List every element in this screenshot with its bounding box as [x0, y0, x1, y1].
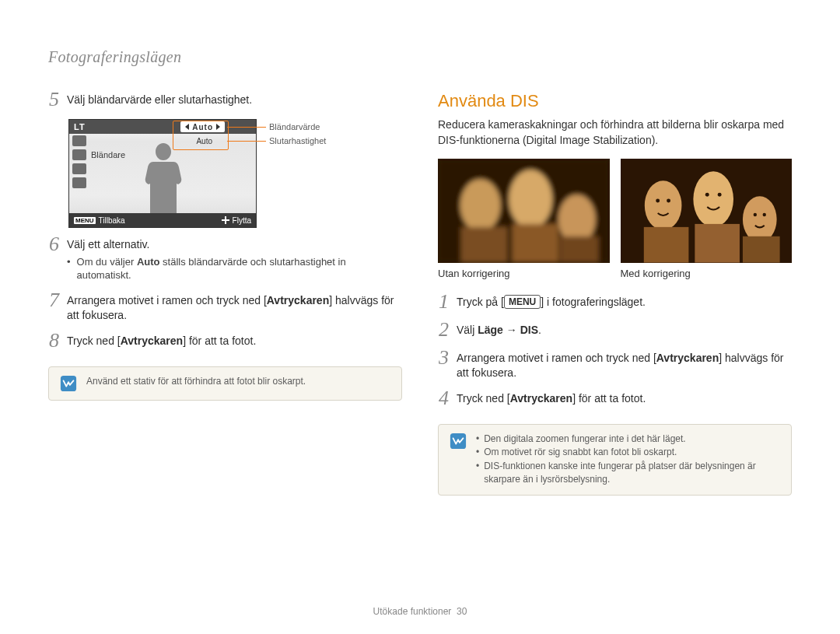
svg-rect-7: [560, 236, 599, 263]
svg-point-12: [656, 199, 660, 203]
step-number: 3: [438, 348, 449, 368]
lcd-mode: LT: [74, 122, 86, 131]
step-1: 1 Tryck på [MENU] i fotograferingsläget.: [438, 293, 792, 312]
lcd-footer-back: Tillbaka: [99, 216, 125, 225]
step-text: Arrangera motivet i ramen och tryck ned …: [457, 349, 792, 380]
step-text: Tryck ned [Avtryckaren] för att ta fotot…: [457, 390, 792, 406]
example-before-image: [438, 159, 610, 263]
step-text: Välj ett alternativ. Om du väljer Auto s…: [67, 236, 402, 282]
section-lead: Reducera kameraskakningar och förhindra …: [438, 117, 792, 148]
section-heading: Använda DIS: [438, 91, 792, 111]
svg-rect-19: [695, 224, 740, 263]
svg-point-11: [742, 196, 776, 243]
note-item: DIS-funktionen kanske inte fungerar på p…: [476, 460, 780, 487]
callout-leader: [227, 141, 266, 142]
note-icon: [450, 433, 467, 450]
svg-point-17: [762, 213, 765, 216]
crosspad-icon: [222, 216, 229, 224]
callout-shutter: Slutarhastighet: [269, 136, 326, 145]
step-number: 6: [48, 234, 59, 254]
lcd-footer-move: Flytta: [233, 216, 251, 225]
lcd-status-icon: [72, 135, 86, 146]
lcd-blandare-label: Bländare: [91, 150, 125, 159]
lcd-row: [69, 162, 256, 176]
example-after-image: [621, 159, 793, 263]
step-number: 2: [438, 320, 449, 340]
svg-rect-5: [461, 227, 508, 263]
right-column: Använda DIS Reducera kameraskakningar oc…: [438, 91, 792, 496]
note-item: Om motivet rör sig snabbt kan fotot bli …: [476, 446, 780, 459]
svg-point-16: [753, 213, 756, 216]
svg-rect-18: [643, 227, 688, 263]
menu-icon: MENU: [74, 217, 96, 224]
page-footer: Utökade funktioner 30: [0, 606, 840, 617]
callout-leader: [227, 127, 266, 128]
lcd-row: [69, 176, 256, 190]
step-number: 4: [438, 388, 449, 408]
step-text: Tryck ned [Avtryckaren] för att ta fotot…: [67, 332, 402, 349]
callout-highlight: [173, 121, 229, 150]
step-8: 8 Tryck ned [Avtryckaren] för att ta fot…: [48, 332, 402, 351]
sub-bullet: Om du väljer Auto ställs bländarvärde oc…: [67, 255, 402, 282]
step-4: 4 Tryck ned [Avtryckaren] för att ta fot…: [438, 390, 792, 408]
svg-point-14: [705, 193, 709, 197]
caption-after: Med korrigering: [621, 268, 793, 279]
breadcrumb: Fotograferingslägen: [48, 48, 792, 66]
lcd-status-icon: [72, 149, 86, 160]
svg-point-13: [667, 199, 670, 203]
step-text: Välj Läge → DIS.: [457, 321, 792, 338]
note-list: Den digitala zoomen fungerar inte i det …: [476, 433, 780, 487]
svg-point-3: [509, 170, 552, 229]
step-number: 5: [48, 89, 59, 110]
footer-page-number: 30: [457, 606, 467, 617]
note-callout: Den digitala zoomen fungerar inte i det …: [438, 424, 792, 496]
svg-point-2: [460, 179, 501, 232]
callout-aperture: Bländarvärde: [269, 122, 320, 131]
svg-point-10: [693, 172, 733, 228]
svg-point-9: [644, 180, 681, 230]
svg-rect-6: [512, 224, 558, 263]
svg-point-15: [717, 193, 721, 197]
step-number: 1: [438, 292, 449, 312]
svg-rect-20: [742, 236, 779, 263]
step-2: 2 Välj Läge → DIS.: [438, 321, 792, 340]
left-column: 5 Välj bländarvärde eller slutarhastighe…: [48, 91, 402, 496]
note-icon: [60, 375, 77, 392]
step-number: 8: [48, 331, 59, 351]
footer-section: Utökade funktioner: [373, 606, 452, 617]
step-5: 5 Välj bländarvärde eller slutarhastighe…: [48, 91, 402, 110]
note-item: Den digitala zoomen fungerar inte i det …: [476, 433, 780, 446]
step-3: 3 Arrangera motivet i ramen och tryck ne…: [438, 349, 792, 380]
lcd-status-icon: [72, 163, 86, 174]
step-text: Tryck på [MENU] i fotograferingsläget.: [457, 293, 792, 310]
lcd-status-icon: [72, 177, 86, 188]
example-images: [438, 159, 792, 263]
lcd-footer: MENU Tillbaka Flytta: [69, 213, 256, 227]
lcd-illustration-wrap: LT Auto Auto Bländare: [48, 119, 402, 228]
menu-key: MENU: [504, 295, 541, 309]
example-captions: Utan korrigering Med korrigering: [438, 268, 792, 279]
step-7: 7 Arrangera motivet i ramen och tryck ne…: [48, 292, 402, 323]
step-text: Välj bländarvärde eller slutarhastighet.: [67, 91, 402, 107]
note-callout: Använd ett stativ för att förhindra att …: [48, 366, 402, 401]
step-number: 7: [48, 290, 59, 310]
step-6: 6 Välj ett alternativ. Om du väljer Auto…: [48, 236, 402, 282]
step-text: Arrangera motivet i ramen och tryck ned …: [67, 292, 402, 323]
caption-before: Utan korrigering: [438, 268, 610, 279]
note-text: Använd ett stativ för att förhindra att …: [86, 375, 390, 392]
